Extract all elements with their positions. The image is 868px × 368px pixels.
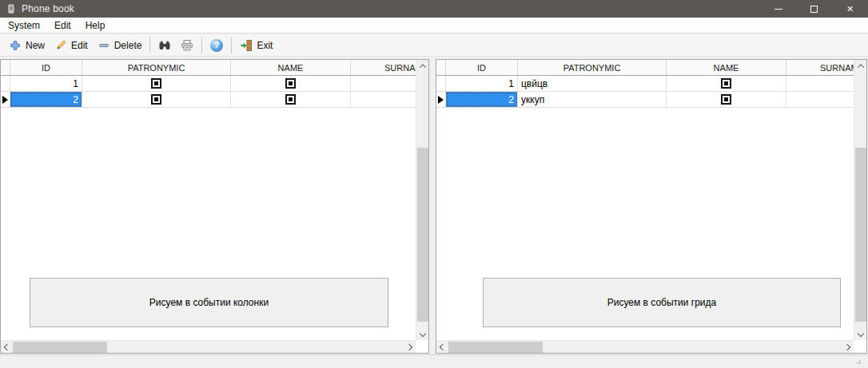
left-header-selector: [1, 60, 10, 75]
left-grid-horizontal-scrollbar[interactable]: [1, 340, 416, 353]
right-header-selector: [436, 60, 446, 75]
right-header-name[interactable]: NAME: [667, 60, 786, 75]
find-button[interactable]: [153, 38, 176, 53]
help-icon: ?: [210, 39, 223, 52]
edit-button-label: Edit: [71, 40, 88, 51]
row-selector: [1, 76, 10, 91]
scroll-up-button[interactable]: [854, 60, 867, 73]
row-selector: [436, 92, 446, 107]
right-header-patronymic[interactable]: PATRONYMIC: [518, 60, 667, 75]
left-header-patronymic[interactable]: PATRONYMIC: [82, 60, 231, 75]
checked-checkbox-icon: [285, 94, 296, 105]
left-grid-header-row: ID PATRONYMIC NAME SURNAME: [1, 60, 416, 76]
exit-button-label: Exit: [257, 40, 273, 51]
minimize-button[interactable]: [760, 0, 796, 18]
chevron-up-icon: [420, 64, 426, 70]
plus-icon: [9, 39, 22, 52]
menu-bar: System Edit Help: [0, 18, 868, 34]
right-grid-vertical-scrollbar[interactable]: [854, 60, 866, 340]
id-cell[interactable]: 1: [10, 76, 82, 91]
app-window: Phone book ✕ System Edit Help New: [0, 0, 868, 368]
current-row-arrow-icon: [2, 96, 8, 104]
checked-checkbox-icon: [151, 78, 161, 89]
delete-button[interactable]: Delete: [93, 38, 147, 53]
patronymic-cell[interactable]: [82, 76, 231, 91]
menu-edit[interactable]: Edit: [47, 18, 78, 33]
grid-event-draw-button[interactable]: Рисуем в событии грида: [483, 278, 841, 327]
edit-button[interactable]: Edit: [50, 38, 93, 53]
printer-icon: [181, 39, 193, 52]
table-row: 2 уккуп: [436, 92, 854, 108]
title-bar: Phone book ✕: [0, 0, 868, 18]
left-header-id[interactable]: ID: [10, 60, 82, 75]
horizontal-scroll-thumb[interactable]: [13, 342, 107, 353]
menu-system[interactable]: System: [1, 18, 47, 33]
table-row: 2: [1, 92, 416, 108]
vertical-scroll-thumb[interactable]: [855, 148, 866, 322]
status-bar: [0, 354, 868, 368]
surname-cell[interactable]: [351, 92, 416, 107]
column-event-draw-button[interactable]: Рисуем в событии колонки: [30, 278, 388, 327]
resize-grip-icon[interactable]: [857, 360, 861, 364]
maximize-button[interactable]: [796, 0, 832, 18]
table-row: 1: [1, 76, 416, 92]
right-grid: ID PATRONYMIC NAME SURNAME 1 цвйцв 2 укк…: [436, 60, 854, 340]
scroll-right-button[interactable]: [403, 341, 416, 354]
print-button[interactable]: [176, 38, 198, 53]
chevron-up-icon: [858, 64, 864, 70]
new-button[interactable]: New: [4, 38, 50, 53]
surname-cell[interactable]: [351, 76, 416, 91]
scroll-right-button[interactable]: [841, 341, 854, 354]
binoculars-icon: [158, 39, 171, 52]
horizontal-scroll-thumb[interactable]: [448, 342, 543, 353]
row-selector: [436, 76, 446, 91]
current-row-arrow-icon: [438, 96, 444, 104]
close-button[interactable]: ✕: [832, 0, 868, 18]
left-header-surname[interactable]: SURNAME: [351, 60, 416, 75]
scroll-up-button[interactable]: [416, 60, 429, 73]
surname-cell[interactable]: [786, 92, 854, 107]
right-header-surname[interactable]: SURNAME: [786, 60, 854, 75]
patronymic-cell[interactable]: уккуп: [518, 92, 667, 107]
chevron-right-icon: [844, 344, 850, 350]
left-grid-vertical-scrollbar[interactable]: [416, 60, 428, 340]
minimize-icon: [774, 9, 782, 10]
scroll-down-button[interactable]: [854, 327, 867, 340]
help-button[interactable]: ?: [205, 38, 228, 53]
id-cell-selected[interactable]: 2: [446, 92, 518, 107]
scroll-down-button[interactable]: [416, 327, 429, 340]
right-header-id[interactable]: ID: [446, 60, 518, 75]
scroll-left-button[interactable]: [1, 341, 14, 354]
left-header-name[interactable]: NAME: [231, 60, 351, 75]
close-icon: ✕: [846, 5, 854, 14]
menu-help[interactable]: Help: [78, 18, 113, 33]
surname-cell[interactable]: [786, 76, 854, 91]
delete-button-label: Delete: [114, 40, 142, 51]
id-cell-selected[interactable]: 2: [10, 92, 82, 107]
maximize-icon: [810, 6, 818, 13]
name-cell[interactable]: [667, 76, 786, 91]
right-grid-panel: ID PATRONYMIC NAME SURNAME 1 цвйцв 2 укк…: [436, 59, 867, 354]
vertical-scroll-thumb[interactable]: [417, 148, 428, 322]
right-grid-horizontal-scrollbar[interactable]: [436, 340, 854, 353]
toolbar: New Edit Delete: [0, 34, 868, 57]
row-selector: [1, 92, 10, 107]
exit-door-icon: [240, 39, 253, 52]
patronymic-cell[interactable]: [82, 92, 231, 107]
name-cell[interactable]: [231, 92, 351, 107]
chevron-left-icon: [440, 344, 446, 350]
left-grid: ID PATRONYMIC NAME SURNAME 1 2 Рисуем в …: [1, 60, 416, 340]
phone-app-icon: [4, 2, 17, 15]
checked-checkbox-icon: [721, 78, 731, 89]
patronymic-cell[interactable]: цвйцв: [518, 76, 667, 91]
toolbar-separator: [149, 38, 150, 53]
table-row: 1 цвйцв: [436, 76, 854, 92]
name-cell[interactable]: [231, 76, 351, 91]
name-cell[interactable]: [667, 92, 786, 107]
scroll-left-button[interactable]: [436, 341, 449, 354]
left-grid-panel: ID PATRONYMIC NAME SURNAME 1 2 Рисуем в …: [0, 59, 429, 354]
id-cell[interactable]: 1: [446, 76, 518, 91]
checked-checkbox-icon: [151, 94, 161, 105]
chevron-right-icon: [406, 344, 412, 350]
exit-button[interactable]: Exit: [235, 38, 277, 53]
